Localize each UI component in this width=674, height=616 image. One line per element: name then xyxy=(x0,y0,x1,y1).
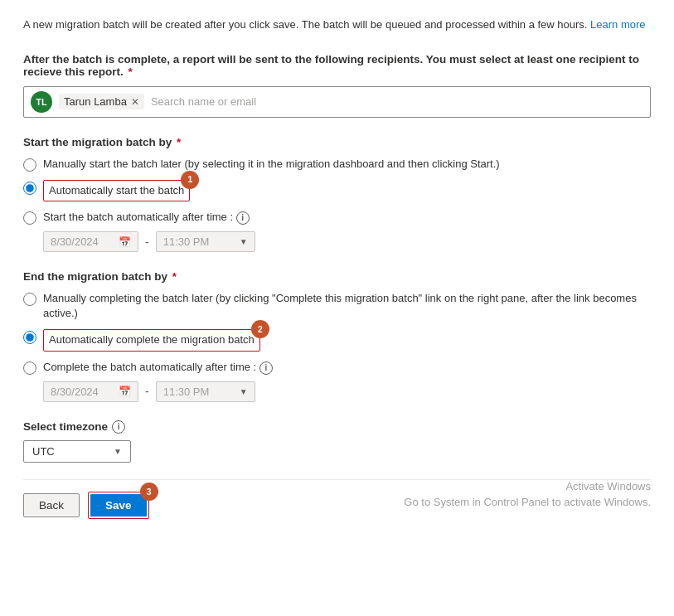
start-time-option[interactable]: Start the batch automatically after time… xyxy=(23,210,651,225)
start-time-info-icon: i xyxy=(236,211,250,225)
end-auto-option[interactable]: 2 Automatically complete the migration b… xyxy=(23,329,651,351)
timezone-select[interactable]: UTC ▼ xyxy=(23,440,131,463)
start-manual-label: Manually start the batch later (by selec… xyxy=(43,157,500,172)
end-date-input[interactable]: 8/30/2024 📅 xyxy=(43,381,138,402)
timezone-info-icon: i xyxy=(112,420,125,434)
search-placeholder: Search name or email xyxy=(151,95,256,108)
end-calendar-icon: 📅 xyxy=(119,386,131,397)
end-manual-option[interactable]: Manually completing the batch later (by … xyxy=(23,291,651,321)
end-time-option[interactable]: Complete the batch automatically after t… xyxy=(23,360,651,375)
timezone-section: Select timezone i UTC ▼ xyxy=(23,420,651,463)
end-auto-radio[interactable] xyxy=(23,331,36,344)
recipient-tag: Tarun Lamba ✕ xyxy=(59,94,144,109)
start-auto-radio[interactable] xyxy=(23,182,36,195)
timezone-label: Select timezone i xyxy=(23,420,651,434)
end-time-radio[interactable] xyxy=(23,361,36,375)
avatar: TL xyxy=(31,91,52,113)
end-time-dropdown[interactable]: 11:30 PM ▼ xyxy=(156,381,255,402)
start-time-row: 8/30/2024 📅 - 11:30 PM ▼ xyxy=(43,231,651,252)
start-auto-wrapper: 1 Automatically start the batch xyxy=(43,180,190,201)
start-auto-option[interactable]: 1 Automatically start the batch xyxy=(23,180,651,201)
start-radio-group: Manually start the batch later (by selec… xyxy=(23,157,651,226)
end-manual-radio[interactable] xyxy=(23,293,36,306)
end-auto-badge: 2 xyxy=(251,320,269,338)
end-section: End the migration batch by * Manually co… xyxy=(23,270,651,402)
save-button[interactable]: Save xyxy=(90,494,147,517)
start-time-value: 11:30 PM xyxy=(163,235,210,248)
recipients-label: After the batch is complete, a report wi… xyxy=(23,53,651,78)
timezone-chevron-icon: ▼ xyxy=(114,447,122,456)
end-time-value: 11:30 PM xyxy=(163,386,210,398)
start-dash: - xyxy=(145,235,149,249)
windows-watermark: Activate Windows Go to System in Control… xyxy=(404,478,651,511)
start-calendar-icon: 📅 xyxy=(119,236,131,248)
back-button[interactable]: Back xyxy=(23,493,80,517)
start-time-chevron-icon: ▼ xyxy=(240,237,248,246)
timezone-value: UTC xyxy=(32,445,55,458)
end-time-chevron-icon: ▼ xyxy=(240,387,248,396)
start-label: Start the migration batch by * xyxy=(23,136,651,148)
end-time-row: 8/30/2024 📅 - 11:30 PM ▼ xyxy=(43,381,651,402)
start-section: Start the migration batch by * Manually … xyxy=(23,136,651,253)
remove-recipient-button[interactable]: ✕ xyxy=(131,96,139,108)
recipient-input-box[interactable]: TL Tarun Lamba ✕ Search name or email xyxy=(23,86,651,118)
end-time-label: Complete the batch automatically after t… xyxy=(43,360,273,375)
end-radio-group: Manually completing the batch later (by … xyxy=(23,291,651,375)
end-auto-wrapper: 2 Automatically complete the migration b… xyxy=(43,329,260,351)
start-time-radio[interactable] xyxy=(23,211,36,225)
start-auto-label: Automatically start the batch xyxy=(49,183,184,198)
end-auto-label: Automatically complete the migration bat… xyxy=(49,332,255,347)
start-date-value: 8/30/2024 xyxy=(51,235,99,248)
learn-more-link[interactable]: Learn more xyxy=(590,18,645,31)
start-manual-option[interactable]: Manually start the batch later (by selec… xyxy=(23,157,651,172)
end-manual-label: Manually completing the batch later (by … xyxy=(43,291,651,321)
start-manual-radio[interactable] xyxy=(23,158,36,172)
save-badge: 3 xyxy=(140,483,158,501)
start-date-input[interactable]: 8/30/2024 📅 xyxy=(43,231,138,252)
start-time-dropdown[interactable]: 11:30 PM ▼ xyxy=(156,231,255,252)
end-label: End the migration batch by * xyxy=(23,270,651,283)
end-dash: - xyxy=(145,385,149,398)
recipients-section: After the batch is complete, a report wi… xyxy=(23,53,651,118)
footer: Back 3 Save Activate Windows Go to Syste… xyxy=(23,479,651,519)
save-button-wrapper: 3 Save xyxy=(88,492,149,519)
start-auto-badge: 1 xyxy=(181,171,199,189)
info-text: A new migration batch will be created af… xyxy=(23,17,651,33)
start-time-label: Start the batch automatically after time… xyxy=(43,210,250,225)
end-date-value: 8/30/2024 xyxy=(51,386,99,398)
end-time-info-icon: i xyxy=(259,361,273,375)
